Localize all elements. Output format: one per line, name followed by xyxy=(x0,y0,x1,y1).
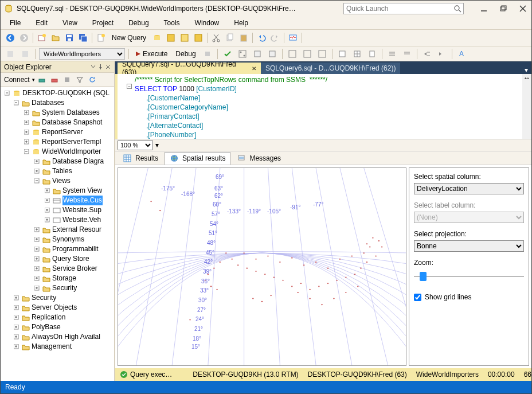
object-tree[interactable]: DESKTOP-GUQD9KH (SQL Databases System Da… xyxy=(1,87,114,381)
stop-icon[interactable] xyxy=(62,76,72,84)
activity-monitor-button[interactable] xyxy=(287,32,299,44)
indent-button[interactable] xyxy=(421,48,433,60)
zoom-dropdown-icon[interactable]: ▾ xyxy=(155,141,159,149)
spatial-column-select[interactable]: DeliveryLocation xyxy=(414,183,524,194)
open-file-button[interactable] xyxy=(49,32,62,44)
menu-edit[interactable]: Edit xyxy=(30,18,53,28)
tree-tables[interactable]: Tables xyxy=(52,166,72,176)
parse-button[interactable] xyxy=(221,48,234,60)
quick-launch-input[interactable] xyxy=(343,3,464,14)
save-button[interactable] xyxy=(63,32,76,44)
execute-button[interactable]: Execute xyxy=(132,49,170,58)
menu-debug[interactable]: Debug xyxy=(123,18,154,28)
close-icon[interactable]: ✕ xyxy=(252,65,256,72)
paste-button[interactable] xyxy=(237,32,250,44)
split-icon[interactable]: ↔ xyxy=(522,74,531,82)
tree-security-db[interactable]: Security xyxy=(52,283,77,293)
filter-icon[interactable] xyxy=(75,76,84,84)
tree-sysdb[interactable]: System Databases xyxy=(42,108,100,118)
tree-views[interactable]: Views xyxy=(52,176,71,186)
client-stats-button[interactable] xyxy=(316,48,328,60)
refresh-icon[interactable] xyxy=(88,76,97,84)
new-project-button[interactable] xyxy=(36,32,48,44)
analysis-query-button[interactable] xyxy=(165,32,177,44)
menu-project[interactable]: Project xyxy=(87,18,119,28)
tree-diagrams[interactable]: Database Diagra xyxy=(52,157,104,166)
projection-select[interactable]: Bonne xyxy=(414,240,524,252)
results-file-button[interactable] xyxy=(366,48,378,60)
fold-icon[interactable]: − xyxy=(127,84,132,89)
zoom-slider[interactable] xyxy=(414,269,524,284)
connect-icon[interactable] xyxy=(37,76,46,84)
tab-query6[interactable]: SQLQuery6.sql - D...GUQD9KH\Fred (62)) xyxy=(261,63,400,74)
minimize-button[interactable] xyxy=(479,3,489,14)
tree-wwi[interactable]: WideWorldImporter xyxy=(42,147,101,157)
tab-overflow-button[interactable]: ▾ xyxy=(521,66,531,74)
tree-serverobjects[interactable]: Server Objects xyxy=(32,303,77,313)
cut-button[interactable] xyxy=(210,32,222,44)
tree-synonyms[interactable]: Synonyms xyxy=(52,235,84,244)
slider-thumb[interactable] xyxy=(420,272,427,281)
maximize-button[interactable] xyxy=(498,3,508,14)
connect-label[interactable]: Connect xyxy=(4,76,30,84)
save-all-button[interactable] xyxy=(77,32,89,44)
tab-messages[interactable]: Messages xyxy=(232,152,286,165)
intellisense-button[interactable] xyxy=(266,48,279,60)
actual-plan-button[interactable] xyxy=(286,48,299,60)
disconnect-icon[interactable] xyxy=(50,76,59,84)
zoom-select[interactable]: 100 % xyxy=(118,140,153,150)
new-query-button[interactable]: New Query xyxy=(108,33,150,43)
menu-tools[interactable]: Tools xyxy=(158,18,186,28)
tree-querystore[interactable]: Query Store xyxy=(52,254,89,264)
tree-sysviews[interactable]: System View xyxy=(62,186,102,196)
menu-view[interactable]: View xyxy=(57,18,83,28)
tree-security[interactable]: Security xyxy=(32,293,56,303)
results-grid-button[interactable] xyxy=(351,48,363,60)
menu-help[interactable]: Help xyxy=(228,18,254,28)
mdx-query-button[interactable] xyxy=(178,32,191,44)
live-stats-button[interactable] xyxy=(301,48,314,60)
tree-extres[interactable]: External Resour xyxy=(52,225,101,235)
tab-spatial[interactable]: Spatial results xyxy=(165,152,230,165)
uncomment-button[interactable] xyxy=(401,48,413,60)
tree-replication[interactable]: Replication xyxy=(32,313,65,322)
menu-window[interactable]: Window xyxy=(189,18,225,28)
dropdown-icon[interactable] xyxy=(91,64,96,69)
change-conn-button[interactable] xyxy=(19,48,32,60)
estimated-plan-button[interactable] xyxy=(236,48,249,60)
tree-polybase[interactable]: PolyBase xyxy=(32,322,61,332)
tree-databases[interactable]: Databases xyxy=(32,98,64,108)
tree-snapshot[interactable]: Database Snapshot xyxy=(42,118,102,127)
outdent-button[interactable] xyxy=(436,48,448,60)
pin-icon[interactable] xyxy=(98,64,103,69)
xmla-query-button[interactable] xyxy=(192,32,205,44)
scrollbar[interactable] xyxy=(522,82,531,139)
new-query-icon[interactable] xyxy=(95,32,107,44)
tree-storage[interactable]: Storage xyxy=(52,274,76,283)
nav-forward-button[interactable] xyxy=(18,32,30,44)
tree-programmability[interactable]: Programmabilit xyxy=(52,244,99,254)
tab-results[interactable]: Results xyxy=(118,152,163,165)
results-text-button[interactable] xyxy=(336,48,349,60)
tree-alwayson[interactable]: AlwaysOn High Availal xyxy=(32,332,100,342)
tree-management[interactable]: Management xyxy=(32,342,72,352)
sql-editor[interactable]: − /****** Script for SelectTopNRows comm… xyxy=(115,74,531,139)
database-select[interactable]: WideWorldImporters xyxy=(39,48,125,60)
tab-query7[interactable]: SQLQuery7.sql - D...GUQD9KH\Fred (63))✕ xyxy=(118,63,261,74)
query-options-button[interactable] xyxy=(251,48,264,60)
menu-file[interactable]: File xyxy=(4,18,26,28)
spatial-map[interactable]: -175° -168° -133° -119° -105° -91° -77° … xyxy=(118,167,406,366)
debug-button[interactable]: Debug xyxy=(173,49,198,58)
tree-website-customers[interactable]: Website.Cus xyxy=(62,196,103,205)
tree-servicebroker[interactable]: Service Broker xyxy=(52,264,97,274)
comment-button[interactable] xyxy=(386,48,398,60)
close-panel-icon[interactable] xyxy=(105,64,111,69)
tree-website-suppliers[interactable]: Website.Sup xyxy=(62,205,101,215)
gridlines-checkbox[interactable] xyxy=(414,294,421,301)
stop-button[interactable] xyxy=(201,48,214,60)
specify-values-button[interactable]: A xyxy=(456,48,468,60)
undo-button[interactable] xyxy=(255,32,268,44)
close-button[interactable] xyxy=(518,3,528,14)
connect-db-button[interactable] xyxy=(4,48,17,60)
nav-back-button[interactable] xyxy=(4,32,17,44)
